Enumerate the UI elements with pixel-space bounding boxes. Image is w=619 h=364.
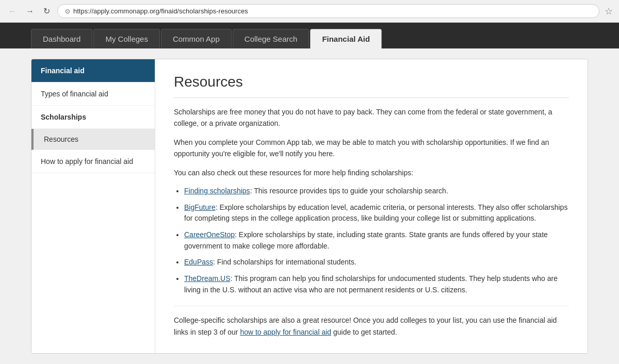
tab-dashboard[interactable]: Dashboard xyxy=(31,29,92,48)
list-item-edupass: EduPass: Find scholarships for internati… xyxy=(184,257,569,268)
tab-my-colleges[interactable]: My Colleges xyxy=(93,29,160,48)
tab-financial-aid[interactable]: Financial Aid xyxy=(310,29,382,48)
sidebar-item-scholarships[interactable]: Scholarships xyxy=(31,106,155,129)
bookmark-icon[interactable]: ☆ xyxy=(605,6,613,17)
bigfuture-text: : Explore scholarships by education leve… xyxy=(184,203,567,223)
main-card: Financial aid Types of financial aid Sch… xyxy=(31,59,588,354)
tab-college-search[interactable]: College Search xyxy=(233,29,310,48)
list-item-thedream: TheDream.US: This program can help you f… xyxy=(184,273,569,295)
list-item-careeronestop: CareerOneStop: Explore scholarships by s… xyxy=(184,229,569,252)
tab-common-app[interactable]: Common App xyxy=(161,29,232,48)
sidebar-item-financial-aid[interactable]: Financial aid xyxy=(31,59,155,82)
thedream-link[interactable]: TheDream.US xyxy=(184,274,230,283)
resources-list: Finding scholarships: This resource prov… xyxy=(184,186,569,296)
bigfuture-link[interactable]: BigFuture xyxy=(184,203,216,211)
page-container: Financial aid Types of financial aid Sch… xyxy=(0,48,619,364)
sidebar: Financial aid Types of financial aid Sch… xyxy=(31,59,155,353)
careeronestop-link[interactable]: CareerOneStop xyxy=(184,230,235,239)
thedream-text: : This program can help you find scholar… xyxy=(184,274,558,294)
finding-scholarships-link[interactable]: Finding scholarships xyxy=(184,187,250,195)
list-item-finding-scholarships: Finding scholarships: This resource prov… xyxy=(184,186,569,197)
main-content: Resources Scholarships are free money th… xyxy=(155,59,588,353)
bottom-text-after: guide to get started. xyxy=(333,328,397,336)
refresh-button[interactable]: ↻ xyxy=(41,4,52,18)
forward-button[interactable]: → xyxy=(24,5,36,18)
page-title: Resources xyxy=(174,74,569,98)
edupass-text: : Find scholarships for international st… xyxy=(213,258,356,266)
address-bar[interactable]: ⊙ https://apply.commonapp.org/finaid/sch… xyxy=(57,4,599,18)
how-to-apply-link[interactable]: how to apply for financial aid xyxy=(240,328,331,336)
list-item-bigfuture: BigFuture: Explore scholarships by educa… xyxy=(184,202,569,224)
lock-icon: ⊙ xyxy=(65,8,70,15)
careeronestop-text: : Explore scholarships by state, includi… xyxy=(184,230,548,250)
nav-tabs: Dashboard My Colleges Common App College… xyxy=(0,23,619,48)
edupass-link[interactable]: EduPass xyxy=(184,258,213,266)
url-text: https://apply.commonapp.org/finaid/schol… xyxy=(73,7,248,15)
finding-scholarships-text: : This resource provides tips to guide y… xyxy=(250,187,448,195)
intro-paragraph-1: Scholarships are free money that you do … xyxy=(174,106,569,129)
intro-paragraph-3: You can also check out these resources f… xyxy=(174,167,569,178)
intro-paragraph-2: When you complete your Common App tab, w… xyxy=(174,137,569,160)
back-button[interactable]: ← xyxy=(6,5,19,18)
bottom-paragraph: College-specific scholarships are also a… xyxy=(174,306,569,338)
browser-bar: ← → ↻ ⊙ https://apply.commonapp.org/fina… xyxy=(0,0,619,23)
sidebar-item-resources[interactable]: Resources xyxy=(31,129,155,150)
sidebar-item-types[interactable]: Types of financial aid xyxy=(31,82,155,106)
sidebar-item-how-to-apply[interactable]: How to apply for financial aid xyxy=(31,150,155,173)
